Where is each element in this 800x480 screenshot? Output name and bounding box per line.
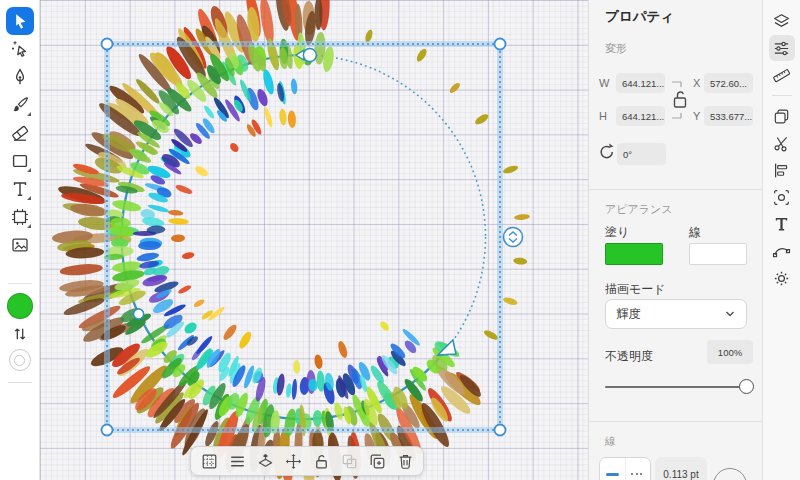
submenu-indicator — [27, 112, 31, 116]
stroke-style-solid-button[interactable] — [600, 458, 626, 480]
duplicate-button[interactable] — [367, 451, 387, 471]
left-toolbar — [0, 0, 40, 480]
right-taskbar — [762, 0, 800, 480]
ruler-icon — [772, 66, 791, 85]
tool-select[interactable] — [6, 7, 34, 35]
scissors-icon — [772, 134, 791, 153]
fill-color-swatch[interactable] — [7, 293, 33, 319]
stroke-label: 線 — [689, 224, 701, 241]
transform-pattern-button[interactable] — [199, 451, 219, 471]
tool-artboard[interactable] — [6, 203, 34, 231]
align-button[interactable] — [769, 157, 795, 183]
direct-select-icon — [10, 39, 30, 59]
tool-type[interactable] — [6, 175, 34, 203]
move-icon — [284, 452, 303, 471]
appearance-section-label: アピアランス — [605, 202, 673, 217]
properties-button[interactable] — [769, 35, 795, 61]
tool-eraser[interactable] — [6, 119, 34, 147]
toolbar-divider — [8, 382, 32, 383]
y-field[interactable]: 533.677... — [704, 106, 753, 126]
mask-icon — [340, 452, 359, 471]
stroke-weight-field[interactable]: 0.113 pt — [655, 457, 707, 480]
dotted-line-icon — [631, 473, 645, 476]
tool-place-image[interactable] — [6, 231, 34, 259]
align-icon — [772, 161, 791, 180]
type-styles-icon — [772, 215, 791, 234]
menu-icon — [228, 452, 247, 471]
stroke-section-label: 線 — [605, 434, 616, 449]
selection-corner-handle[interactable] — [495, 39, 506, 50]
panel-divider — [589, 189, 762, 190]
submenu-indicator — [27, 224, 31, 228]
height-field[interactable]: 644.121... — [616, 106, 665, 126]
unlock-button[interactable] — [311, 451, 331, 471]
y-label: Y — [693, 110, 700, 122]
blend-mode-dropdown[interactable]: 輝度 — [605, 299, 747, 329]
submenu-indicator — [27, 196, 31, 200]
stroke-swatch[interactable] — [689, 243, 747, 265]
arrange-button[interactable] — [255, 451, 275, 471]
selection-corner-handle[interactable] — [495, 425, 506, 436]
select-icon — [10, 11, 30, 31]
copy-paste-button[interactable] — [769, 103, 795, 129]
fill-label: 塗り — [605, 224, 629, 241]
ruler-button[interactable] — [769, 62, 795, 88]
arrange-icon — [256, 452, 275, 471]
duplicate-icon — [368, 452, 387, 471]
h-label: H — [599, 110, 607, 122]
stroke-style-group — [599, 457, 651, 480]
panel-divider — [589, 421, 762, 422]
rotation-field[interactable]: 0° — [617, 143, 666, 165]
stroke-cap-preview[interactable] — [713, 468, 747, 480]
submenu-indicator — [27, 168, 31, 172]
tool-direct-select[interactable] — [6, 35, 34, 63]
scale-widget[interactable] — [504, 228, 523, 247]
stroke-style-dotted-button[interactable] — [626, 458, 651, 480]
swap-fill-stroke-button[interactable] — [10, 324, 30, 344]
opacity-slider-track[interactable] — [605, 386, 742, 388]
select-transform-icon — [772, 188, 791, 207]
illustrator-app: プロパティ 変形 W 644.121... X 572.60... H 644.… — [0, 0, 800, 480]
properties-icon — [772, 39, 791, 58]
stroke-color-swatch[interactable] — [9, 349, 31, 371]
eraser-icon — [10, 123, 30, 143]
path-anchor-handle[interactable] — [134, 309, 144, 319]
radial-scatter-artwork[interactable] — [52, 0, 531, 480]
select-transform-button[interactable] — [769, 184, 795, 210]
x-label: X — [693, 77, 700, 89]
canvas[interactable] — [40, 0, 588, 480]
settings-button[interactable] — [769, 265, 795, 291]
x-field[interactable]: 572.60... — [704, 73, 753, 93]
fill-swatch[interactable] — [605, 243, 663, 265]
opacity-slider-thumb[interactable] — [739, 379, 754, 394]
ring-inner-accents — [168, 107, 391, 374]
opacity-field[interactable]: 100% — [707, 340, 753, 364]
blend-mode-label: 描画モード — [605, 281, 666, 298]
context-taskbar — [190, 446, 424, 476]
mask-button — [339, 451, 359, 471]
unlock-icon — [312, 452, 331, 471]
tool-shape[interactable] — [6, 147, 34, 175]
menu-button[interactable] — [227, 451, 247, 471]
selection-corner-handle[interactable] — [102, 425, 113, 436]
width-field[interactable]: 644.121... — [616, 73, 665, 93]
strip-divider — [772, 95, 792, 96]
link-dimensions-lock-icon[interactable] — [671, 76, 689, 124]
scissors-button[interactable] — [769, 130, 795, 156]
selection-corner-handle[interactable] — [102, 39, 113, 50]
layers-button[interactable] — [769, 8, 795, 34]
path-start-handle[interactable] — [303, 49, 316, 62]
pen-icon — [10, 67, 30, 87]
rotation-icon — [597, 142, 617, 162]
swap-vertical-icon — [10, 324, 30, 344]
delete-button[interactable] — [395, 451, 415, 471]
blend-mode-value: 輝度 — [616, 306, 641, 323]
tool-pen[interactable] — [6, 63, 34, 91]
type-styles-button[interactable] — [769, 211, 795, 237]
opacity-label: 不透明度 — [605, 348, 653, 365]
path-edit-button[interactable] — [769, 238, 795, 264]
move-button[interactable] — [283, 451, 303, 471]
tool-paintbrush[interactable] — [6, 91, 34, 119]
solid-line-icon — [606, 473, 619, 476]
gear-icon — [772, 269, 791, 288]
